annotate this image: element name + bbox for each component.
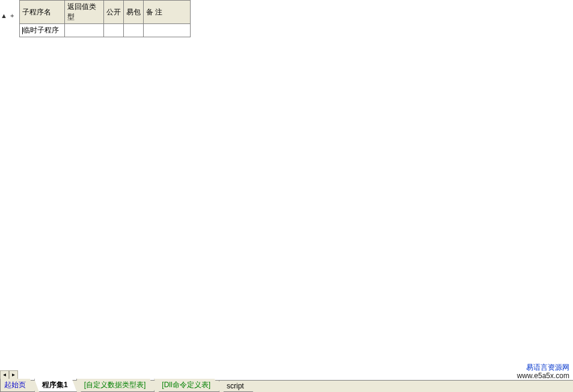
cell-public[interactable] xyxy=(104,24,124,37)
gutter-mark-arrow: ▲ xyxy=(1,12,7,19)
tab-dll-commands[interactable]: [Dll命令定义表] xyxy=(154,379,219,392)
tab-label: [自定义数据类型表] xyxy=(84,381,146,389)
tab-label: script xyxy=(227,382,244,390)
tab-label: 程序集1 xyxy=(42,381,68,389)
header-public[interactable]: 公开 xyxy=(104,1,124,24)
header-package[interactable]: 易包 xyxy=(124,1,144,24)
tab-label: [Dll命令定义表] xyxy=(162,381,210,389)
cell-remark[interactable] xyxy=(144,24,191,37)
watermark: 易语言资源网 www.e5a5x.com xyxy=(517,363,569,380)
chevron-left-icon: ◄ xyxy=(2,372,7,378)
header-name[interactable]: 子程序名 xyxy=(20,1,65,24)
cell-name-value: 临时子程序 xyxy=(23,26,59,34)
table-header-row: 子程序名 返回值类型 公开 易包 备 注 xyxy=(20,1,191,24)
cell-return-type[interactable] xyxy=(65,24,104,37)
header-return-type[interactable]: 返回值类型 xyxy=(65,1,104,24)
tab-custom-data-types[interactable]: [自定义数据类型表] xyxy=(76,379,155,392)
tab-label: 起始页 xyxy=(4,381,26,389)
tab-start-page[interactable]: 起始页 xyxy=(0,379,35,392)
horizontal-scrollbar[interactable]: ◄ ► xyxy=(0,370,18,380)
chevron-right-icon: ► xyxy=(11,372,16,378)
scroll-left-button[interactable]: ◄ xyxy=(0,370,9,379)
tab-program-set-1[interactable]: 程序集1 xyxy=(34,379,77,392)
cell-name[interactable]: 临时子程序 xyxy=(20,24,65,37)
tab-script[interactable]: script xyxy=(219,381,253,392)
watermark-url: www.e5a5x.com xyxy=(517,372,569,380)
gutter-mark-plus: + xyxy=(10,12,14,19)
cell-package[interactable] xyxy=(124,24,144,37)
document-tabs: 起始页 程序集1 [自定义数据类型表] [Dll命令定义表] script xyxy=(0,380,573,392)
subroutine-table: 子程序名 返回值类型 公开 易包 备 注 临时子程序 xyxy=(19,0,191,37)
header-remark[interactable]: 备 注 xyxy=(144,1,191,24)
gutter: ▲ + xyxy=(0,12,18,19)
table-row[interactable]: 临时子程序 xyxy=(20,24,191,37)
watermark-title: 易语言资源网 xyxy=(517,363,569,372)
scroll-right-button[interactable]: ► xyxy=(9,370,18,379)
